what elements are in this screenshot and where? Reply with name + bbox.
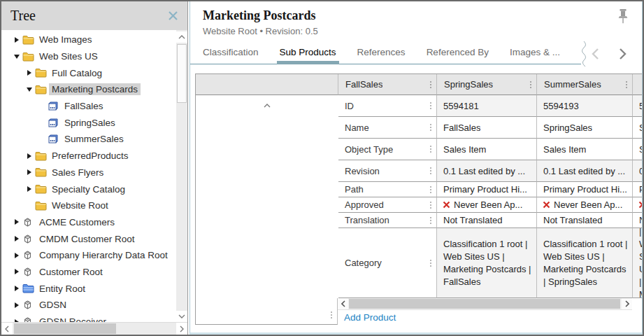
tree-hscroll-thumb[interactable] xyxy=(14,323,116,334)
tab-sub-products[interactable]: Sub Products xyxy=(280,47,336,64)
tree-item-gdsn[interactable]: GDSN xyxy=(1,297,176,314)
column-menu-icon[interactable] xyxy=(626,81,627,88)
row-menu-icon[interactable] xyxy=(430,202,431,209)
expand-icon[interactable] xyxy=(11,302,22,308)
tree-item-web-sites-us[interactable]: Web Sites US xyxy=(1,48,176,65)
cell-object-type-fallsales[interactable]: Sales Item xyxy=(437,139,537,160)
cell-translation-fallsales[interactable]: Not Translated xyxy=(437,213,537,228)
cell-name-springsales[interactable]: SpringSales xyxy=(537,117,633,139)
row-menu-icon[interactable] xyxy=(430,260,431,267)
cell-translation-summersales[interactable]: Not Translated xyxy=(633,213,643,228)
row-menu-icon[interactable] xyxy=(430,167,431,174)
tree-item-website-root[interactable]: Website Root xyxy=(1,197,176,214)
tree-item-sales-flyers[interactable]: Sales Flyers xyxy=(1,164,176,181)
row-menu-icon[interactable] xyxy=(430,124,431,131)
cell-path-springsales[interactable]: Primary Product Hi... xyxy=(537,182,633,197)
tab-classification[interactable]: Classification xyxy=(203,47,259,64)
row-menu-icon[interactable] xyxy=(430,186,431,193)
add-row-label-cell[interactable] xyxy=(195,298,338,325)
column-header-fallsales[interactable]: FallSales xyxy=(338,74,437,95)
cell-name-summersales[interactable]: SummerSales xyxy=(633,117,643,139)
close-icon[interactable] xyxy=(166,10,179,22)
tab-references[interactable]: References xyxy=(357,47,406,64)
cell-category-summersales[interactable]: Classification 1 root | Web Sites US | M… xyxy=(633,228,643,298)
scroll-left-icon[interactable] xyxy=(1,323,13,335)
tabs-scroll-right-icon[interactable] xyxy=(619,48,627,60)
cell-approved-springsales[interactable]: Never Been Ap... xyxy=(537,197,633,213)
folder-icon xyxy=(22,35,36,45)
row-menu-icon[interactable] xyxy=(430,217,431,224)
expand-icon[interactable] xyxy=(11,37,22,43)
column-header-springsales[interactable]: SpringSales xyxy=(437,74,537,95)
tree-item-summersales[interactable]: SummerSales xyxy=(1,131,176,148)
expand-icon[interactable] xyxy=(24,169,35,175)
table-scroll-up-icon[interactable] xyxy=(264,99,271,110)
tree-item-springsales[interactable]: SpringSales xyxy=(1,114,176,131)
cell-approved-fallsales[interactable]: Never Been Ap... xyxy=(437,197,537,213)
tree-item-full-catalog[interactable]: Full Catalog xyxy=(1,64,176,81)
table-hscroll-thumb[interactable] xyxy=(349,299,620,309)
tree-horizontal-scrollbar[interactable] xyxy=(1,322,187,335)
tree-vscroll-thumb[interactable] xyxy=(177,44,187,103)
pin-icon[interactable] xyxy=(617,8,631,25)
cell-revision-fallsales[interactable]: 0.1 Last edited by ... xyxy=(437,160,537,182)
expand-icon[interactable] xyxy=(24,186,35,192)
expand-icon[interactable] xyxy=(11,219,22,225)
table-scroll-left-icon[interactable] xyxy=(338,298,348,309)
cell-approved-summersales[interactable]: Never Been Ap... xyxy=(633,197,643,213)
table-horizontal-scrollbar[interactable] xyxy=(338,298,632,310)
column-header-label: FallSales xyxy=(338,79,382,90)
expand-icon[interactable] xyxy=(24,153,35,159)
cell-translation-springsales[interactable]: Not Translated xyxy=(537,213,633,228)
column-header-summersales[interactable]: SummerSales xyxy=(537,74,633,95)
cell-id-springsales[interactable]: 5594193 xyxy=(537,95,633,117)
cell-object-type-summersales[interactable]: Sales Item xyxy=(633,139,643,160)
row-menu-icon[interactable] xyxy=(430,102,431,109)
expand-icon[interactable] xyxy=(11,269,22,274)
tree-item-web-images[interactable]: Web Images xyxy=(1,31,176,48)
column-menu-icon[interactable] xyxy=(530,81,531,88)
cell-category-fallsales[interactable]: Classification 1 root | Web Sites US | M… xyxy=(437,228,537,298)
row-menu-icon[interactable] xyxy=(430,146,431,153)
collapse-icon[interactable] xyxy=(11,55,22,59)
cell-id-fallsales[interactable]: 5594181 xyxy=(437,95,537,117)
scroll-down-icon[interactable] xyxy=(176,311,187,322)
expand-icon[interactable] xyxy=(11,236,22,241)
expand-icon[interactable] xyxy=(11,286,22,291)
table-vertical-scrollbar[interactable] xyxy=(196,95,338,298)
cell-name-fallsales[interactable]: FallSales xyxy=(437,117,537,139)
collapse-icon[interactable] xyxy=(24,88,35,92)
tree-item-label: Customer Root xyxy=(36,266,106,278)
table-scroll-right-icon[interactable] xyxy=(622,298,632,309)
cell-path-fallsales[interactable]: Primary Product Hi... xyxy=(437,182,537,197)
tab-images[interactable]: Images & ... xyxy=(510,47,560,64)
tree-item-marketing-postcards[interactable]: Marketing Postcards xyxy=(1,81,176,98)
cell-revision-summersales[interactable]: 0.1 Last edited by ... xyxy=(633,160,643,182)
cell-object-type-springsales[interactable]: Sales Item xyxy=(537,139,633,160)
cell-value: Primary Product Hi... xyxy=(437,184,527,195)
tab-referenced-by[interactable]: Referenced By xyxy=(427,47,489,64)
tree-item-customer-root[interactable]: Customer Root xyxy=(1,264,176,281)
tree-item-company-hierarchy-data-root[interactable]: Company Hierarchy Data Root xyxy=(1,247,176,264)
cell-id-summersales[interactable]: 5594195 xyxy=(633,95,643,117)
tree-vertical-scrollbar[interactable] xyxy=(176,30,187,322)
tree-item-specialty-catalog[interactable]: Specialty Catalog xyxy=(1,181,176,197)
cell-value: Not Translated xyxy=(537,215,603,225)
tree-item-acme-customers[interactable]: ACME Customers xyxy=(1,214,176,231)
tree-item-preferredproducts[interactable]: PreferredProducts xyxy=(1,148,176,164)
add-row-menu-icon[interactable] xyxy=(331,312,332,318)
expand-icon[interactable] xyxy=(11,253,22,258)
expand-icon[interactable] xyxy=(24,70,35,76)
add-product-button[interactable]: Add Product xyxy=(344,312,396,323)
tree-item-entity-root[interactable]: Entity Root xyxy=(1,280,176,297)
scroll-right-icon[interactable] xyxy=(176,323,187,335)
column-menu-icon[interactable] xyxy=(430,81,431,88)
cell-category-springsales[interactable]: Classification 1 root | Web Sites US | M… xyxy=(537,228,633,298)
scroll-up-icon[interactable] xyxy=(176,31,187,43)
tabs-scroll-left-icon[interactable] xyxy=(591,48,599,60)
tree-item-fallsales[interactable]: FallSales xyxy=(1,98,176,115)
sub-products-table: FallSalesSpringSalesSummerSalesID5594181… xyxy=(195,74,642,325)
cell-revision-springsales[interactable]: 0.1 Last edited by ... xyxy=(537,160,633,182)
cell-path-summersales[interactable]: Primary Product Hi... xyxy=(633,182,643,197)
tree-item-cmdm-customer-root[interactable]: CMDM Customer Root xyxy=(1,230,176,247)
